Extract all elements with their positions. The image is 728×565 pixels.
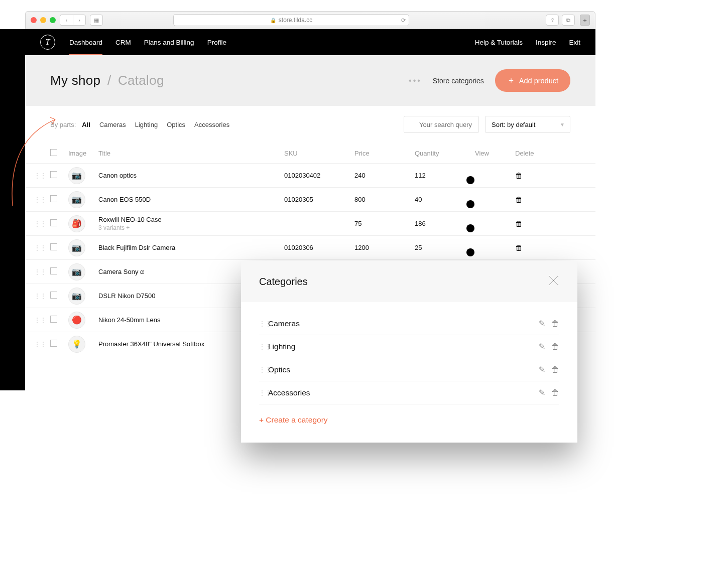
delete-icon[interactable]: 🗑: [515, 195, 523, 204]
product-subtitle: 3 variants +: [98, 224, 130, 231]
chevron-down-icon: ▼: [560, 122, 565, 127]
edit-icon[interactable]: ✎: [539, 342, 545, 351]
product-thumbnail[interactable]: 📷: [68, 288, 85, 305]
col-image: Image: [68, 150, 98, 157]
nav-plans-and-billing[interactable]: Plans and Billing: [144, 30, 194, 55]
nav-exit[interactable]: Exit: [569, 39, 580, 46]
delete-icon[interactable]: 🗑: [551, 388, 559, 397]
delete-icon[interactable]: 🗑: [515, 243, 523, 252]
product-thumbnail[interactable]: 💡: [68, 336, 85, 353]
row-checkbox[interactable]: [50, 267, 57, 274]
add-product-button[interactable]: ＋ Add product: [495, 69, 570, 92]
new-tab-button[interactable]: +: [580, 15, 590, 26]
url-bar[interactable]: 🔒 store.tilda.cc ⟳: [173, 14, 409, 26]
col-delete: Delete: [515, 150, 545, 157]
filter-part-optics[interactable]: Optics: [167, 121, 185, 128]
row-checkbox[interactable]: [50, 171, 57, 178]
share-button[interactable]: ⇪: [546, 15, 559, 26]
drag-handle-icon[interactable]: ⋮⋮: [259, 389, 268, 396]
product-thumbnail[interactable]: 🎒: [68, 215, 85, 232]
url-text: store.tilda.cc: [279, 17, 312, 24]
search-input[interactable]: [404, 116, 479, 133]
col-sku: SKU: [284, 150, 354, 157]
reload-icon[interactable]: ⟳: [401, 17, 406, 24]
back-button[interactable]: ‹: [60, 15, 73, 26]
nav-crm[interactable]: CRM: [115, 30, 131, 55]
tilda-logo[interactable]: T: [40, 35, 55, 50]
drag-handle-icon[interactable]: ⋮⋮: [30, 244, 50, 251]
sort-dropdown[interactable]: Sort: by default ▼: [485, 116, 570, 133]
product-sku: 01020306: [284, 244, 354, 251]
col-price: Price: [354, 150, 415, 157]
delete-icon[interactable]: 🗑: [551, 319, 559, 328]
product-title[interactable]: Canon EOS 550D: [98, 196, 284, 204]
category-name[interactable]: Optics: [268, 365, 539, 374]
drag-handle-icon[interactable]: ⋮⋮: [259, 343, 268, 350]
row-checkbox[interactable]: [50, 219, 57, 226]
close-window-icon[interactable]: [31, 17, 37, 23]
modal-close-button[interactable]: [548, 275, 559, 288]
product-sku: 01020305: [284, 196, 354, 203]
filter-part-all[interactable]: All: [82, 121, 90, 128]
product-thumbnail[interactable]: 🔴: [68, 312, 85, 329]
drag-handle-icon[interactable]: ⋮⋮: [30, 268, 50, 275]
traffic-lights: [31, 17, 56, 23]
edit-icon[interactable]: ✎: [539, 319, 545, 328]
product-title[interactable]: Black Fujifilm Dslr Camera: [98, 244, 284, 252]
nav-dashboard[interactable]: Dashboard: [69, 30, 102, 55]
drag-handle-icon[interactable]: ⋮⋮: [30, 172, 50, 179]
nav-profile[interactable]: Profile: [207, 30, 226, 55]
breadcrumb-root[interactable]: My shop: [50, 73, 100, 88]
filter-bar: By parts: AllCamerasLightingOpticsAccess…: [25, 106, 595, 143]
product-thumbnail[interactable]: 📷: [68, 239, 85, 256]
plus-icon: ＋: [507, 75, 515, 86]
filter-part-lighting[interactable]: Lighting: [135, 121, 158, 128]
create-category-link[interactable]: + Create a category: [259, 415, 559, 425]
product-thumbnail[interactable]: 📷: [68, 191, 85, 208]
row-checkbox[interactable]: [50, 195, 57, 202]
product-thumbnail[interactable]: 📷: [68, 167, 85, 184]
sidebar-button[interactable]: ▦: [90, 15, 103, 26]
forward-button[interactable]: ›: [73, 15, 86, 26]
delete-icon[interactable]: 🗑: [551, 342, 559, 351]
drag-handle-icon[interactable]: ⋮⋮: [259, 366, 268, 373]
more-menu-icon[interactable]: •••: [409, 76, 422, 85]
product-thumbnail[interactable]: 📷: [68, 263, 85, 280]
delete-icon[interactable]: 🗑: [515, 171, 523, 180]
col-view: View: [475, 150, 515, 157]
delete-icon[interactable]: 🗑: [515, 219, 523, 228]
edit-icon[interactable]: ✎: [539, 388, 545, 397]
product-title[interactable]: Canon optics: [98, 172, 284, 180]
tabs-button[interactable]: ⧉: [562, 15, 575, 26]
row-checkbox[interactable]: [50, 316, 57, 323]
category-row: ⋮⋮Accessories✎🗑: [259, 381, 559, 404]
drag-handle-icon[interactable]: ⋮⋮: [30, 196, 50, 203]
product-title[interactable]: Roxwill NEO-10 Case3 variants +: [98, 216, 284, 231]
minimize-window-icon[interactable]: [40, 17, 46, 23]
row-checkbox[interactable]: [50, 292, 57, 299]
delete-icon[interactable]: 🗑: [551, 365, 559, 374]
drag-handle-icon[interactable]: ⋮⋮: [30, 220, 50, 227]
drag-handle-icon[interactable]: ⋮⋮: [259, 320, 268, 327]
filter-part-cameras[interactable]: Cameras: [99, 121, 126, 128]
category-name[interactable]: Cameras: [268, 319, 539, 328]
category-name[interactable]: Lighting: [268, 342, 539, 351]
drag-handle-icon[interactable]: ⋮⋮: [30, 317, 50, 324]
table-row: ⋮⋮📷Canon optics0102030402240112🗑: [25, 163, 595, 187]
nav-inspire[interactable]: Inspire: [536, 39, 556, 46]
filter-part-accessories[interactable]: Accessories: [194, 121, 229, 128]
product-price: 800: [354, 196, 415, 203]
row-checkbox[interactable]: [50, 243, 57, 250]
select-all-checkbox[interactable]: [50, 149, 57, 156]
store-categories-link[interactable]: Store categories: [433, 77, 484, 85]
drag-handle-icon[interactable]: ⋮⋮: [30, 293, 50, 300]
drag-handle-icon[interactable]: ⋮⋮: [30, 341, 50, 348]
lock-icon: 🔒: [270, 18, 276, 23]
nav-help-tutorials[interactable]: Help & Tutorials: [475, 39, 523, 46]
add-product-label: Add product: [519, 77, 558, 85]
row-checkbox[interactable]: [50, 340, 57, 347]
fullscreen-window-icon[interactable]: [50, 17, 56, 23]
category-name[interactable]: Accessories: [268, 388, 539, 397]
close-icon: [548, 275, 559, 286]
edit-icon[interactable]: ✎: [539, 365, 545, 374]
